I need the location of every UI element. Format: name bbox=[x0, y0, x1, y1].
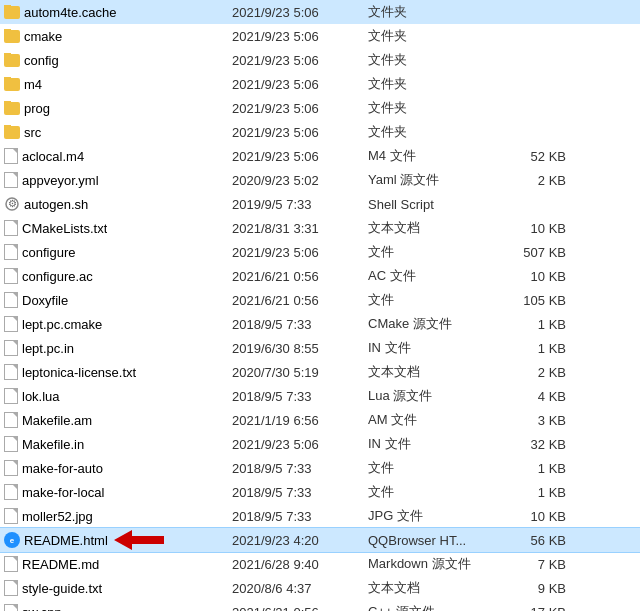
file-icon bbox=[4, 220, 18, 236]
file-row[interactable]: style-guide.txt2020/8/6 4:37文本文档9 KB bbox=[0, 576, 640, 600]
col-date: 2021/8/31 3:31 bbox=[224, 221, 364, 236]
file-row[interactable]: lept.pc.cmake2018/9/5 7:33CMake 源文件1 KB bbox=[0, 312, 640, 336]
file-icon bbox=[4, 292, 18, 308]
file-name: CMakeLists.txt bbox=[22, 221, 107, 236]
file-row[interactable]: Makefile.in2021/9/23 5:06IN 文件32 KB bbox=[0, 432, 640, 456]
folder-icon bbox=[4, 126, 20, 139]
svg-marker-2 bbox=[114, 530, 164, 550]
col-type: Shell Script bbox=[364, 197, 494, 212]
file-name: style-guide.txt bbox=[22, 581, 102, 596]
file-icon bbox=[4, 364, 18, 380]
col-date: 2021/9/23 5:06 bbox=[224, 53, 364, 68]
col-type: Yaml 源文件 bbox=[364, 171, 494, 189]
file-row[interactable]: cmake2021/9/23 5:06文件夹 bbox=[0, 24, 640, 48]
col-size: 52 KB bbox=[494, 149, 574, 164]
col-name: configure bbox=[4, 244, 224, 260]
file-row[interactable]: Makefile.am2021/1/19 6:56AM 文件3 KB bbox=[0, 408, 640, 432]
file-icon bbox=[4, 316, 18, 332]
col-date: 2021/9/23 5:06 bbox=[224, 5, 364, 20]
file-name: sw.cpp bbox=[22, 605, 62, 612]
col-type: 文本文档 bbox=[364, 219, 494, 237]
file-name: make-for-local bbox=[22, 485, 104, 500]
file-row[interactable]: ⚙autogen.sh2019/9/5 7:33Shell Script bbox=[0, 192, 640, 216]
file-row[interactable]: lok.lua2018/9/5 7:33Lua 源文件4 KB bbox=[0, 384, 640, 408]
special-file-icon: ⚙ bbox=[4, 196, 20, 212]
col-date: 2020/9/23 5:02 bbox=[224, 173, 364, 188]
col-date: 2021/9/23 5:06 bbox=[224, 125, 364, 140]
col-date: 2021/9/23 4:20 bbox=[224, 533, 364, 548]
arrow-indicator bbox=[114, 530, 164, 550]
file-row[interactable]: lept.pc.in2019/6/30 8:55IN 文件1 KB bbox=[0, 336, 640, 360]
col-name: README.md bbox=[4, 556, 224, 572]
file-row[interactable]: eREADME.html2021/9/23 4:20QQBrowser HT..… bbox=[0, 528, 640, 552]
col-name: prog bbox=[4, 101, 224, 116]
file-row[interactable]: CMakeLists.txt2021/8/31 3:31文本文档10 KB bbox=[0, 216, 640, 240]
file-icon bbox=[4, 460, 18, 476]
col-type: 文件夹 bbox=[364, 27, 494, 45]
file-name: m4 bbox=[24, 77, 42, 92]
svg-text:⚙: ⚙ bbox=[8, 198, 17, 209]
col-date: 2018/9/5 7:33 bbox=[224, 389, 364, 404]
file-row[interactable]: autom4te.cache2021/9/23 5:06文件夹 bbox=[0, 0, 640, 24]
file-name: prog bbox=[24, 101, 50, 116]
file-icon bbox=[4, 604, 18, 611]
file-row[interactable]: appveyor.yml2020/9/23 5:02Yaml 源文件2 KB bbox=[0, 168, 640, 192]
file-icon bbox=[4, 484, 18, 500]
col-size: 7 KB bbox=[494, 557, 574, 572]
col-date: 2021/1/19 6:56 bbox=[224, 413, 364, 428]
col-name: Makefile.am bbox=[4, 412, 224, 428]
col-type: 文件 bbox=[364, 291, 494, 309]
col-date: 2021/9/23 5:06 bbox=[224, 149, 364, 164]
col-name: Makefile.in bbox=[4, 436, 224, 452]
file-row[interactable]: configure.ac2021/6/21 0:56AC 文件10 KB bbox=[0, 264, 640, 288]
file-row[interactable]: configure2021/9/23 5:06文件507 KB bbox=[0, 240, 640, 264]
file-row[interactable]: m42021/9/23 5:06文件夹 bbox=[0, 72, 640, 96]
file-icon bbox=[4, 340, 18, 356]
col-type: 文本文档 bbox=[364, 363, 494, 381]
file-icon bbox=[4, 244, 18, 260]
col-type: Lua 源文件 bbox=[364, 387, 494, 405]
file-name: autogen.sh bbox=[24, 197, 88, 212]
col-type: 文件夹 bbox=[364, 123, 494, 141]
col-name: src bbox=[4, 125, 224, 140]
file-icon bbox=[4, 436, 18, 452]
file-row[interactable]: moller52.jpg2018/9/5 7:33JPG 文件10 KB bbox=[0, 504, 640, 528]
col-name: configure.ac bbox=[4, 268, 224, 284]
col-size: 2 KB bbox=[494, 365, 574, 380]
file-name: Makefile.in bbox=[22, 437, 84, 452]
col-size: 17 KB bbox=[494, 605, 574, 612]
col-size: 10 KB bbox=[494, 509, 574, 524]
col-name: Doxyfile bbox=[4, 292, 224, 308]
col-name: leptonica-license.txt bbox=[4, 364, 224, 380]
file-row[interactable]: sw.cpp2021/6/21 0:56C++ 源文件17 KB bbox=[0, 600, 640, 611]
col-date: 2018/9/5 7:33 bbox=[224, 485, 364, 500]
file-row[interactable]: Doxyfile2021/6/21 0:56文件105 KB bbox=[0, 288, 640, 312]
file-row[interactable]: config2021/9/23 5:06文件夹 bbox=[0, 48, 640, 72]
col-type: C++ 源文件 bbox=[364, 603, 494, 611]
col-name: make-for-auto bbox=[4, 460, 224, 476]
file-row[interactable]: src2021/9/23 5:06文件夹 bbox=[0, 120, 640, 144]
col-date: 2018/9/5 7:33 bbox=[224, 509, 364, 524]
col-date: 2018/9/5 7:33 bbox=[224, 317, 364, 332]
col-size: 1 KB bbox=[494, 461, 574, 476]
file-row[interactable]: leptonica-license.txt2020/7/30 5:19文本文档2… bbox=[0, 360, 640, 384]
col-name: lept.pc.cmake bbox=[4, 316, 224, 332]
col-name: moller52.jpg bbox=[4, 508, 224, 524]
col-name: eREADME.html bbox=[4, 530, 224, 550]
file-row[interactable]: README.md2021/6/28 9:40Markdown 源文件7 KB bbox=[0, 552, 640, 576]
col-size: 1 KB bbox=[494, 317, 574, 332]
file-row[interactable]: prog2021/9/23 5:06文件夹 bbox=[0, 96, 640, 120]
file-row[interactable]: aclocal.m42021/9/23 5:06M4 文件52 KB bbox=[0, 144, 640, 168]
file-icon bbox=[4, 148, 18, 164]
col-type: CMake 源文件 bbox=[364, 315, 494, 333]
file-row[interactable]: make-for-auto2018/9/5 7:33文件1 KB bbox=[0, 456, 640, 480]
col-type: M4 文件 bbox=[364, 147, 494, 165]
col-type: Markdown 源文件 bbox=[364, 555, 494, 573]
col-date: 2021/9/23 5:06 bbox=[224, 77, 364, 92]
file-name: README.html bbox=[24, 533, 108, 548]
folder-icon bbox=[4, 54, 20, 67]
file-name: moller52.jpg bbox=[22, 509, 93, 524]
col-name: m4 bbox=[4, 77, 224, 92]
file-row[interactable]: make-for-local2018/9/5 7:33文件1 KB bbox=[0, 480, 640, 504]
col-type: 文件 bbox=[364, 243, 494, 261]
